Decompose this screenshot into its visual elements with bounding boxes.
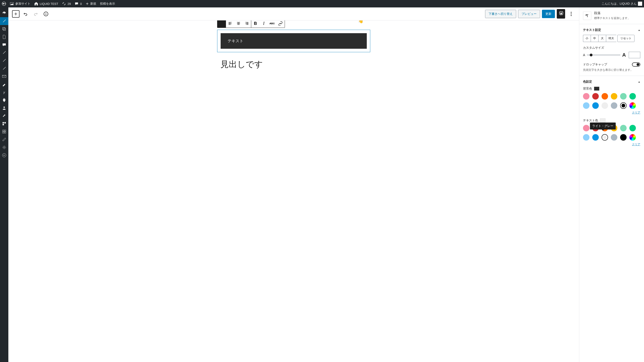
italic-button[interactable]: I xyxy=(260,20,268,28)
color-swatch[interactable] xyxy=(611,102,617,109)
custom-color-swatch[interactable] xyxy=(630,134,636,140)
menu-mail[interactable] xyxy=(0,72,8,80)
account-greeting[interactable]: こんにちは、LIQUID さん xyxy=(602,2,642,6)
size-medium-button[interactable]: 中 xyxy=(591,35,598,42)
menu-item-8[interactable] xyxy=(0,64,8,72)
preview-button[interactable]: プレビュー xyxy=(518,10,540,18)
color-swatch[interactable] xyxy=(630,125,636,131)
updates-count: 29 xyxy=(68,2,71,6)
menu-item-7[interactable] xyxy=(0,56,8,64)
color-settings-label: 色設定 xyxy=(583,80,592,84)
menu-posts[interactable] xyxy=(0,17,8,25)
my-sites[interactable]: 参加サイト xyxy=(10,2,30,6)
color-swatch[interactable] xyxy=(583,102,590,109)
link-button[interactable] xyxy=(276,20,285,28)
add-block-button[interactable] xyxy=(12,10,20,18)
menu-comments[interactable] xyxy=(0,41,8,49)
more-options-button[interactable] xyxy=(567,10,575,18)
settings-toggle-button[interactable] xyxy=(557,9,565,18)
view-post[interactable]: 投稿を表示 xyxy=(100,2,115,6)
switch-draft-button[interactable]: 下書きへ切り替え xyxy=(485,10,516,18)
color-swatch[interactable] xyxy=(611,93,617,100)
site-name-label: LIQUID TEST xyxy=(40,2,58,6)
text-clear-link[interactable]: クリア xyxy=(583,142,640,146)
font-size-slider[interactable] xyxy=(587,55,620,55)
size-xlarge-button[interactable]: 特大 xyxy=(606,35,616,42)
info-button[interactable] xyxy=(42,10,50,18)
undo-button[interactable] xyxy=(21,10,30,18)
svg-point-13 xyxy=(4,147,5,148)
color-swatch[interactable] xyxy=(620,134,626,140)
color-swatch[interactable] xyxy=(592,102,599,109)
color-swatch[interactable] xyxy=(583,93,590,100)
updates[interactable]: 29 xyxy=(62,2,71,6)
font-size-input[interactable] xyxy=(629,52,640,58)
menu-appearance[interactable] xyxy=(0,80,8,88)
redo-button[interactable] xyxy=(32,10,40,18)
color-swatch[interactable] xyxy=(620,93,626,100)
svg-rect-10 xyxy=(4,130,6,131)
comments[interactable]: 0 xyxy=(74,2,82,6)
heading-block[interactable]: 見出しです xyxy=(217,59,370,70)
block-type-desc: 標準テキストを追加します。 xyxy=(594,16,630,20)
dropcap-toggle[interactable] xyxy=(632,62,640,66)
text-color-label: テキスト色 xyxy=(583,118,598,122)
size-small-button[interactable]: 小 xyxy=(583,35,591,42)
paragraph-block[interactable]: テキスト xyxy=(217,30,370,52)
strikethrough-button[interactable]: ABC xyxy=(268,20,276,28)
custom-size-label: カスタムサイズ xyxy=(583,46,640,50)
text-settings-header[interactable]: テキスト設定 ▲ xyxy=(583,28,640,32)
emoji-icon: 👋 xyxy=(358,20,363,24)
color-swatch[interactable] xyxy=(611,134,617,140)
bold-button[interactable]: B xyxy=(251,20,260,28)
size-large-button[interactable]: 大 xyxy=(598,35,606,42)
new-label: 新規 xyxy=(90,2,96,6)
menu-item-15[interactable] xyxy=(0,120,8,128)
menu-item-16[interactable] xyxy=(0,128,8,136)
color-swatch[interactable] xyxy=(583,134,590,140)
menu-plugins[interactable] xyxy=(0,96,8,104)
menu-dashboard[interactable] xyxy=(0,9,8,17)
bg-clear-link[interactable]: クリア xyxy=(583,111,640,115)
color-swatch[interactable] xyxy=(620,102,626,109)
block-type-button[interactable] xyxy=(217,20,226,28)
color-swatch[interactable] xyxy=(583,125,590,131)
align-center-button[interactable] xyxy=(234,20,243,28)
color-settings-header[interactable]: 色設定 ▲ xyxy=(583,80,640,84)
slider-max-icon: A xyxy=(622,52,626,58)
svg-point-18 xyxy=(571,14,572,14)
paragraph-content[interactable]: テキスト xyxy=(220,33,367,49)
menu-media[interactable] xyxy=(0,25,8,33)
new-content[interactable]: 新規 xyxy=(86,2,96,6)
site-name[interactable]: LIQUID TEST xyxy=(34,2,58,6)
svg-rect-8 xyxy=(2,124,4,125)
text-settings-label: テキスト設定 xyxy=(583,28,601,32)
update-button[interactable]: 更新 xyxy=(542,10,555,18)
svg-rect-3 xyxy=(3,28,6,30)
custom-color-swatch[interactable] xyxy=(630,102,636,109)
menu-item-17[interactable] xyxy=(0,136,8,144)
color-swatch[interactable] xyxy=(592,134,599,140)
color-swatch[interactable] xyxy=(592,93,599,100)
svg-rect-7 xyxy=(4,122,6,124)
align-right-button[interactable] xyxy=(243,20,251,28)
menu-users[interactable] xyxy=(0,104,8,112)
wp-logo[interactable] xyxy=(2,2,6,6)
menu-collapse[interactable] xyxy=(0,151,8,159)
svg-point-16 xyxy=(561,13,562,14)
menu-settings[interactable] xyxy=(0,144,8,151)
color-swatch[interactable] xyxy=(630,93,636,100)
color-swatch[interactable] xyxy=(602,102,608,109)
size-reset-button[interactable]: リセット xyxy=(617,35,634,42)
color-swatch[interactable] xyxy=(620,125,626,131)
settings-sidebar: 段落 標準テキストを追加します。 テキスト設定 ▲ 小 中 大 特大 リセット … xyxy=(579,8,644,362)
svg-point-5 xyxy=(4,106,5,108)
menu-item-6[interactable] xyxy=(0,49,8,56)
color-swatch[interactable] xyxy=(602,93,608,100)
menu-item-y[interactable]: y xyxy=(0,88,8,96)
align-left-button[interactable] xyxy=(226,20,234,28)
menu-pages[interactable] xyxy=(0,33,8,41)
color-swatch[interactable] xyxy=(602,134,608,140)
menu-tools[interactable] xyxy=(0,112,8,120)
svg-rect-12 xyxy=(4,132,6,133)
